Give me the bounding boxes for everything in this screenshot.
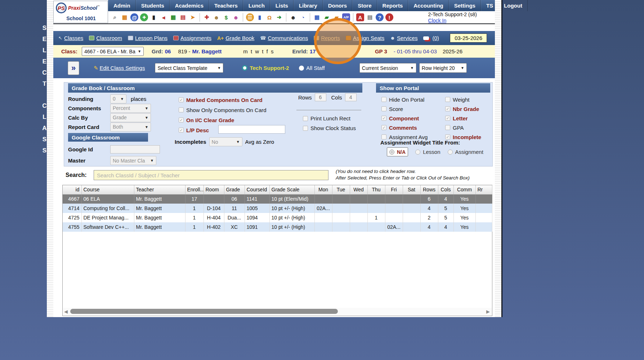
widget-assignment-radio[interactable]: Assignment: [448, 149, 483, 155]
class-template-select[interactable]: Select Class Template▼: [155, 63, 223, 73]
row-height-select[interactable]: Row Height 20▼: [419, 63, 467, 73]
help-icon[interactable]: ?: [376, 13, 384, 21]
all-staff-radio[interactable]: All Staff: [299, 65, 325, 71]
table-grid-icon[interactable]: ▦: [313, 13, 321, 21]
print-lunch-rect-checkbox[interactable]: Print Lunch Rect: [303, 114, 356, 123]
menu-item-reports[interactable]: Reports: [377, 0, 408, 11]
clock-icon[interactable]: ◔: [299, 13, 307, 21]
class-select[interactable]: 4667 - 06 ELA - Mr. Ba▼: [82, 47, 144, 56]
menu-item-lists[interactable]: Lists: [270, 0, 294, 11]
menu-item-admin[interactable]: Admin: [108, 0, 136, 11]
edit-class-settings-link[interactable]: Edit Class Settings: [100, 65, 145, 71]
menu-item-library[interactable]: Library: [294, 0, 323, 11]
pdf-icon[interactable]: A: [356, 13, 364, 21]
tech-support-radio[interactable]: Tech Support-2: [242, 65, 289, 71]
marked-components-checkbox[interactable]: Marked Components On Card: [179, 95, 267, 105]
letter-checkbox[interactable]: Letter: [445, 114, 481, 123]
forward-note-icon[interactable]: ➔: [275, 13, 283, 21]
chevron-down-icon: ▼: [135, 49, 141, 53]
lunch-icon[interactable]: ☰: [246, 13, 254, 21]
scrollbar-thumb[interactable]: [70, 309, 338, 314]
menu-item-students[interactable]: Students: [136, 0, 170, 11]
incompletes-select[interactable]: No▼: [209, 137, 242, 146]
widget-lesson-radio[interactable]: Lesson: [415, 149, 440, 155]
bell-icon[interactable]: Ω: [265, 13, 273, 21]
component-checkbox[interactable]: Component: [381, 114, 428, 123]
show-only-components-checkbox[interactable]: Show Only Components On Card: [179, 105, 267, 115]
report-card-select[interactable]: Both▼: [110, 123, 151, 132]
printer-icon[interactable]: ▤: [366, 13, 374, 21]
classes-table: id Course Teacher Enroll... Room Grade C…: [62, 185, 492, 316]
gpa-checkbox[interactable]: GPA: [445, 123, 481, 132]
rounding-select[interactable]: 0▼: [110, 94, 126, 103]
cash-card-icon[interactable]: ▰: [323, 13, 331, 21]
table-row[interactable]: 466706 ELAMr. Baggett1706114110 pt (Elem…: [63, 194, 492, 204]
tab-communications[interactable]: ☎Communications: [260, 35, 308, 41]
google-id-input[interactable]: [110, 145, 160, 154]
menu-item-academics[interactable]: Academics: [170, 0, 209, 11]
mobile-phone-icon[interactable]: ▮: [150, 13, 158, 21]
current-date-box[interactable]: 03-25-2026: [450, 34, 487, 43]
menu-item-store[interactable]: Store: [352, 0, 377, 11]
widget-na-radio[interactable]: N/A: [387, 147, 408, 156]
menu-item-logout[interactable]: Logout: [498, 0, 528, 11]
scroll-right-arrow[interactable]: ▶: [485, 309, 491, 314]
calendar-date-icon[interactable]: ▤: [179, 13, 187, 21]
tab-classroom[interactable]: Classroom: [89, 35, 122, 41]
expand-button[interactable]: »: [68, 61, 79, 75]
nurse-icon[interactable]: ✚: [203, 13, 211, 21]
chat-add-icon[interactable]: ✚: [140, 13, 148, 21]
menu-item-accounting[interactable]: Accounting: [408, 0, 449, 11]
nbr-grade-checkbox[interactable]: Nbr Grade: [445, 104, 481, 114]
on-ic-clear-grade-checkbox[interactable]: On I/C Clear Grade: [179, 115, 267, 125]
checkbox-icon: [381, 106, 386, 111]
table-row[interactable]: 4714Computing for Coll...Mr. Baggett1D-1…: [63, 204, 492, 213]
schedule-grid-icon[interactable]: ▦: [169, 13, 177, 21]
comments-checkbox[interactable]: Comments: [381, 123, 428, 132]
lp-desc-input[interactable]: [218, 125, 285, 134]
tab-lesson-plans[interactable]: Lesson Plans: [128, 35, 167, 41]
cols-input[interactable]: 4: [345, 93, 357, 101]
student-icon[interactable]: ☻: [213, 13, 220, 21]
alert-icon[interactable]: !: [385, 13, 393, 21]
master-select[interactable]: No Master Cla▼: [110, 156, 156, 165]
menu-item-teachers[interactable]: Teachers: [209, 0, 243, 11]
menu-item-donors[interactable]: Donors: [323, 0, 353, 11]
megaphone-icon[interactable]: ➤: [189, 13, 197, 21]
email-icon[interactable]: @: [130, 13, 138, 21]
weight-checkbox[interactable]: Weight: [445, 95, 481, 104]
ap-icon[interactable]: A/P: [342, 13, 350, 21]
staff-icon[interactable]: ☻: [289, 13, 297, 21]
money-icon[interactable]: $: [222, 13, 230, 21]
calendar-grid-icon[interactable]: ▦: [121, 13, 129, 21]
menu-item-lunch[interactable]: Lunch: [243, 0, 270, 11]
table-row[interactable]: 4725DE Project Manag...Mr. Baggett1H-404…: [63, 213, 492, 222]
table-row[interactable]: 4755Software Dev C++...Mr. Baggett1H-402…: [63, 222, 492, 232]
tab-classes[interactable]: ↖Classes: [58, 35, 83, 41]
tab-assign-seats[interactable]: Assign Seats: [346, 35, 385, 41]
scroll-left-arrow[interactable]: ◀: [63, 309, 69, 314]
tab-services[interactable]: ☻Services: [390, 35, 417, 41]
binder-icon[interactable]: ▮: [256, 13, 264, 21]
folder-icon[interactable]: ▰: [332, 13, 340, 21]
school-label: School 1001: [56, 15, 106, 21]
score-checkbox[interactable]: Score: [381, 104, 428, 114]
table-header-row[interactable]: id Course Teacher Enroll... Room Grade C…: [63, 185, 492, 194]
tab-assignments[interactable]: Assignments: [173, 35, 211, 41]
calc-by-select[interactable]: Grade▼: [110, 113, 151, 122]
hide-on-portal-checkbox[interactable]: Hide On Portal: [381, 95, 428, 104]
family-icon[interactable]: ☻: [232, 13, 240, 21]
tab-reports[interactable]: Reports: [314, 35, 340, 41]
horizontal-scrollbar[interactable]: ◀ ▶: [63, 308, 492, 315]
tab-grade-book[interactable]: A+Grade Book: [217, 35, 254, 41]
clock-in-link[interactable]: Clock In: [428, 18, 447, 23]
tab-messages[interactable]: (0): [423, 35, 439, 41]
menu-item-settings[interactable]: Settings: [449, 0, 481, 11]
rows-input[interactable]: 6: [315, 93, 326, 101]
show-clock-status-checkbox[interactable]: Show Clock Status: [303, 123, 356, 133]
session-select[interactable]: Current Session▼: [359, 63, 416, 73]
search-input[interactable]: [94, 170, 328, 180]
components-select[interactable]: Percent▼: [110, 104, 151, 113]
speaker-icon[interactable]: ◄: [160, 13, 167, 21]
search-icon[interactable]: ⌕: [111, 13, 119, 21]
